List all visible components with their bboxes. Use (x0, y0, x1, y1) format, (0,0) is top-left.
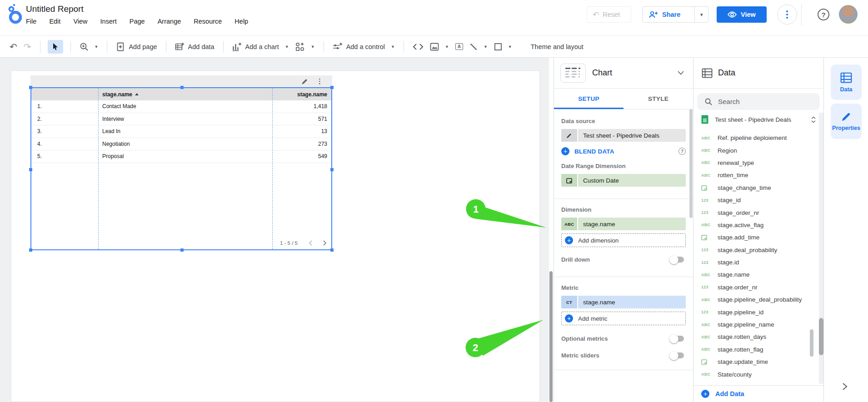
resize-handle-sw[interactable] (29, 248, 32, 252)
field-item[interactable]: ABCstage.rotten_flag (693, 343, 818, 356)
table-chart[interactable]: stage.name stage.name 1.Contact Made1,41… (30, 87, 332, 250)
tab-setup[interactable]: SETUP (554, 89, 624, 109)
field-item[interactable]: ABCrenewal_type (693, 157, 818, 169)
metric-header[interactable]: stage.name (273, 91, 331, 98)
view-button[interactable]: View (717, 6, 767, 23)
drill-down-toggle[interactable] (670, 257, 684, 263)
resize-handle-s[interactable] (180, 248, 184, 252)
field-item[interactable]: ABCstage.pipeline_name (693, 318, 818, 331)
add-data-button[interactable]: + Add Data (693, 385, 823, 402)
menu-insert[interactable]: Insert (100, 18, 117, 25)
canvas-scrollbar[interactable] (549, 271, 553, 402)
field-item[interactable]: 123stage.id (693, 256, 818, 268)
field-item[interactable]: ABCstage.rotten_days (693, 331, 818, 343)
field-item[interactable]: stage_change_time (693, 182, 818, 194)
avatar[interactable] (839, 5, 858, 24)
field-item[interactable]: ABCstage.name (693, 268, 818, 281)
next-page-icon[interactable] (323, 240, 327, 246)
data-source-row[interactable]: Test sheet - Pipedrive Deals (693, 110, 823, 129)
field-item[interactable]: 123stage.pipeline_id (693, 306, 818, 318)
menu-resource[interactable]: Resource (194, 18, 222, 25)
data-source-chip[interactable]: Test sheet - Pipedrive Deals (561, 129, 686, 142)
field-item[interactable]: ABCState/county (693, 368, 818, 380)
field-item[interactable]: 123stage_id (693, 194, 818, 206)
menu-arrange[interactable]: Arrange (158, 18, 181, 25)
collapse-source-icon[interactable] (811, 116, 816, 123)
field-item[interactable]: stage.add_time (693, 231, 818, 243)
resize-handle-nw[interactable] (29, 86, 32, 89)
zoom-tool-button[interactable]: ▼ (80, 42, 99, 51)
embed-icon (413, 43, 424, 50)
community-visualizations-button[interactable]: ▼ (295, 42, 315, 51)
report-title[interactable]: Untitled Report (26, 4, 84, 14)
resize-handle-e[interactable] (330, 168, 334, 171)
insert-line-button[interactable]: ▼ (469, 43, 488, 51)
add-data-button[interactable]: Add data (175, 42, 215, 51)
rail-data-button[interactable]: Data (831, 65, 862, 100)
reset-button[interactable]: ↶ Reset (587, 6, 631, 23)
edit-datasource-pencil-icon[interactable] (561, 129, 578, 142)
field-list-scrollbar[interactable] (810, 329, 813, 357)
add-page-button[interactable]: Add page (116, 42, 157, 51)
undo-button[interactable]: ↶ (10, 42, 17, 51)
tab-style[interactable]: STYLE (624, 89, 693, 109)
dimension-chip[interactable]: ABC stage.name (561, 218, 686, 230)
image-caret-icon: ▼ (445, 45, 449, 49)
add-chart-button[interactable]: Add a chart ▼ (232, 42, 289, 51)
menu-file[interactable]: File (26, 18, 36, 25)
field-item[interactable]: ABCstage.pipeline_deal_probability (693, 293, 818, 306)
insert-text-button[interactable]: A (455, 43, 463, 50)
resize-handle-se[interactable] (330, 248, 334, 252)
share-main[interactable]: Share (643, 7, 694, 22)
menu-page[interactable]: Page (130, 18, 145, 25)
add-dimension-button[interactable]: + Add dimension (561, 233, 686, 247)
chevron-down-icon[interactable] (678, 71, 684, 75)
menu-view[interactable]: View (73, 18, 87, 25)
search-box[interactable] (697, 93, 820, 110)
dimension-header[interactable]: stage.name (99, 91, 273, 98)
metric-chip[interactable]: CT stage.name (561, 296, 686, 308)
field-item[interactable]: 123stage.order_nr (693, 281, 818, 293)
data-panel-scrollbar[interactable] (819, 318, 823, 355)
field-item[interactable]: ABCRef. pipeline deploiement (693, 136, 818, 144)
resize-handle-w[interactable] (29, 168, 32, 171)
field-item[interactable]: ABCRegion (693, 144, 818, 156)
resize-handle-ne[interactable] (330, 86, 334, 89)
theme-and-layout-button[interactable]: Theme and layout (531, 43, 584, 50)
menu-help[interactable]: Help (234, 18, 248, 25)
field-item[interactable]: stage.update_time (693, 356, 818, 368)
select-tool-button[interactable] (48, 40, 63, 54)
field-item[interactable]: 123stage_order_nr (693, 206, 818, 218)
help-icon[interactable]: ? (818, 9, 829, 20)
add-control-button[interactable]: Add a control ▼ (333, 42, 395, 51)
looker-studio-logo-icon[interactable] (6, 3, 24, 25)
previous-page-icon[interactable] (309, 240, 312, 246)
field-item[interactable]: ABCrotten_time (693, 169, 818, 181)
collapse-panel-chevron-icon[interactable] (842, 382, 848, 391)
chart-panel-header[interactable]: Chart (554, 58, 693, 89)
insert-image-button[interactable]: ▼ (430, 43, 449, 51)
share-button[interactable]: Share ▼ (642, 6, 708, 23)
blend-data-row[interactable]: + BLEND DATA ? (561, 147, 686, 155)
field-item[interactable]: ABCstage.active_flag (693, 219, 818, 231)
embed-url-button[interactable] (413, 43, 424, 50)
search-input[interactable] (718, 98, 795, 105)
redo-button[interactable]: ↷ (24, 42, 31, 51)
number-field-icon: 123 (701, 198, 713, 203)
optional-metrics-toggle[interactable] (670, 336, 684, 342)
share-dropdown-caret[interactable]: ▼ (694, 7, 708, 22)
insert-shape-button[interactable]: ▼ (494, 43, 512, 51)
more-options-button[interactable] (777, 5, 797, 25)
setup-panel-scrollbar[interactable] (689, 109, 693, 218)
date-range-chip[interactable]: Custom Date (561, 174, 686, 187)
resize-handle-n[interactable] (180, 86, 184, 89)
metric-sliders-toggle[interactable] (670, 352, 684, 358)
report-canvas[interactable]: ⋮ stage.name stage.name 1.Contact Made1,… (0, 58, 549, 402)
rail-properties-button[interactable]: Properties (831, 104, 862, 139)
chart-menu-kebab-icon[interactable]: ⋮ (316, 77, 323, 85)
add-metric-button[interactable]: + Add metric (561, 312, 686, 325)
menu-edit[interactable]: Edit (49, 18, 60, 25)
chart-edit-pencil-icon[interactable] (301, 78, 308, 85)
field-item[interactable]: 123stage.deal_probability (693, 244, 818, 256)
blend-help-icon[interactable]: ? (678, 148, 686, 155)
